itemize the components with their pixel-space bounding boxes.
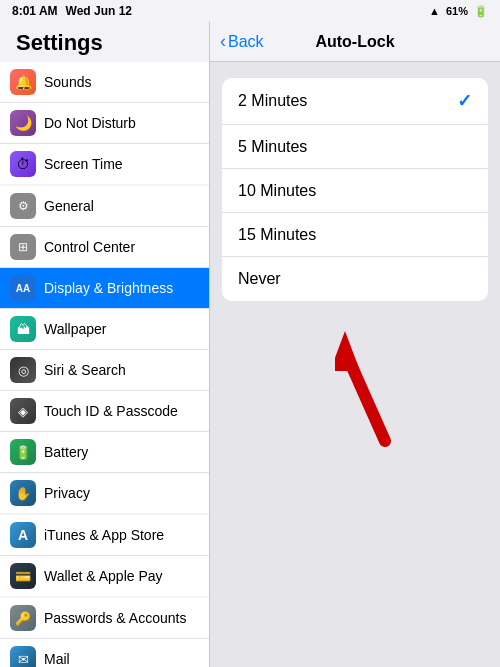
privacy-label: Privacy [44, 485, 90, 501]
sidebar-item-screentime[interactable]: ⏱ Screen Time [0, 144, 209, 184]
back-button[interactable]: ‹ Back [220, 31, 264, 52]
svg-marker-2 [335, 331, 360, 371]
screentime-icon: ⏱ [10, 151, 36, 177]
touchid-icon: ◈ [10, 398, 36, 424]
sidebar-item-dnd[interactable]: 🌙 Do Not Disturb [0, 103, 209, 144]
battery-icon-sidebar: 🔋 [10, 439, 36, 465]
option-15min-label: 15 Minutes [238, 226, 316, 244]
sidebar-item-control[interactable]: ⊞ Control Center [0, 227, 209, 268]
dnd-label: Do Not Disturb [44, 115, 136, 131]
privacy-icon: ✋ [10, 480, 36, 506]
sidebar-section-4: 🔑 Passwords & Accounts ✉ Mail 👤 Contacts… [0, 598, 209, 667]
back-chevron-icon: ‹ [220, 31, 226, 52]
sidebar-section-2: ⚙ General ⊞ Control Center AA Display & … [0, 186, 209, 513]
wifi-icon: ▲ [429, 5, 440, 17]
display-icon: AA [10, 275, 36, 301]
passwords-icon: 🔑 [10, 605, 36, 631]
page-title: Auto-Lock [315, 33, 394, 51]
sidebar-item-itunes[interactable]: A iTunes & App Store [0, 515, 209, 556]
dnd-icon: 🌙 [10, 110, 36, 136]
screentime-label: Screen Time [44, 156, 123, 172]
back-label: Back [228, 33, 264, 51]
passwords-label: Passwords & Accounts [44, 610, 186, 626]
sidebar-item-display[interactable]: AA Display & Brightness [0, 268, 209, 309]
option-5min-label: 5 Minutes [238, 138, 307, 156]
sidebar-title: Settings [0, 22, 209, 62]
sidebar: Settings 🔔 Sounds 🌙 Do Not Disturb ⏱ Scr… [0, 22, 210, 667]
battery-icon: 🔋 [474, 5, 488, 18]
status-time: 8:01 AM [12, 4, 58, 18]
wallpaper-label: Wallpaper [44, 321, 107, 337]
sidebar-item-wallet[interactable]: 💳 Wallet & Apple Pay [0, 556, 209, 596]
option-never[interactable]: Never [222, 257, 488, 301]
option-2min-label: 2 Minutes [238, 92, 307, 110]
wallet-label: Wallet & Apple Pay [44, 568, 163, 584]
control-icon: ⊞ [10, 234, 36, 260]
option-5min[interactable]: 5 Minutes [222, 125, 488, 169]
status-date: Wed Jun 12 [66, 4, 132, 18]
sidebar-item-mail[interactable]: ✉ Mail [0, 639, 209, 667]
itunes-icon: A [10, 522, 36, 548]
content-area: ‹ Back Auto-Lock 2 Minutes ✓ 5 Minutes 1… [210, 22, 500, 667]
option-15min[interactable]: 15 Minutes [222, 213, 488, 257]
content-navbar: ‹ Back Auto-Lock [210, 22, 500, 62]
option-2min[interactable]: 2 Minutes ✓ [222, 78, 488, 125]
wallpaper-icon: 🏔 [10, 316, 36, 342]
sidebar-item-battery[interactable]: 🔋 Battery [0, 432, 209, 473]
main-layout: Settings 🔔 Sounds 🌙 Do Not Disturb ⏱ Scr… [0, 22, 500, 667]
sidebar-section-1: 🔔 Sounds 🌙 Do Not Disturb ⏱ Screen Time [0, 62, 209, 184]
sidebar-item-privacy[interactable]: ✋ Privacy [0, 473, 209, 513]
arrow-annotation [210, 301, 500, 667]
option-10min-label: 10 Minutes [238, 182, 316, 200]
touchid-label: Touch ID & Passcode [44, 403, 178, 419]
siri-label: Siri & Search [44, 362, 126, 378]
battery-label: Battery [44, 444, 88, 460]
sounds-label: Sounds [44, 74, 91, 90]
auto-lock-options-list: 2 Minutes ✓ 5 Minutes 10 Minutes 15 Minu… [222, 78, 488, 301]
red-arrow-icon [335, 321, 435, 451]
sounds-icon: 🔔 [10, 69, 36, 95]
sidebar-item-passwords[interactable]: 🔑 Passwords & Accounts [0, 598, 209, 639]
sidebar-item-touchid[interactable]: ◈ Touch ID & Passcode [0, 391, 209, 432]
itunes-label: iTunes & App Store [44, 527, 164, 543]
control-label: Control Center [44, 239, 135, 255]
sidebar-item-general[interactable]: ⚙ General [0, 186, 209, 227]
sidebar-item-sounds[interactable]: 🔔 Sounds [0, 62, 209, 103]
display-label: Display & Brightness [44, 280, 173, 296]
option-2min-checkmark: ✓ [457, 90, 472, 112]
option-never-label: Never [238, 270, 281, 288]
mail-icon: ✉ [10, 646, 36, 667]
mail-label: Mail [44, 651, 70, 667]
battery-level: 61% [446, 5, 468, 17]
general-label: General [44, 198, 94, 214]
sidebar-item-siri[interactable]: ◎ Siri & Search [0, 350, 209, 391]
wallet-icon: 💳 [10, 563, 36, 589]
option-10min[interactable]: 10 Minutes [222, 169, 488, 213]
sidebar-section-3: A iTunes & App Store 💳 Wallet & Apple Pa… [0, 515, 209, 596]
general-icon: ⚙ [10, 193, 36, 219]
sidebar-item-wallpaper[interactable]: 🏔 Wallpaper [0, 309, 209, 350]
siri-icon: ◎ [10, 357, 36, 383]
status-bar: 8:01 AM Wed Jun 12 ▲ 61% 🔋 [0, 0, 500, 22]
